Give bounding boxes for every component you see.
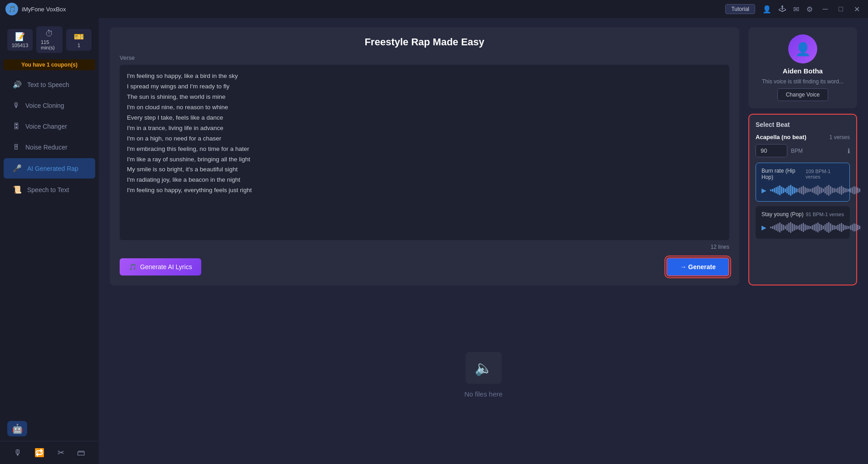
loop-icon[interactable]: 🔁 (34, 448, 44, 458)
bpm-input[interactable] (756, 144, 787, 157)
sidebar: 📝 105413 ⏱ 115 min(s) 🎫 1 You have 1 cou… (0, 18, 99, 464)
title-bar-icons: 👤 🕹 ✉ ⚙ (762, 5, 813, 14)
ai-lyrics-icon: 🎵 (129, 263, 136, 271)
no-files-icon: 🔈 (466, 352, 502, 384)
no-files-area: 🔈 No files here (464, 352, 502, 398)
beat-item-stay-young[interactable]: Stay young (Pop) 91 BPM-1 verses ▶ (756, 206, 850, 239)
bpm-info-icon[interactable]: ℹ (848, 147, 850, 155)
bpm-row: BPM ℹ (756, 144, 850, 157)
text-to-speech-label: Text to Speech (27, 81, 69, 88)
microphone-icon[interactable]: 🎙 (14, 448, 22, 458)
avatar: 👤 (788, 34, 817, 63)
mail-icon[interactable]: ✉ (793, 5, 799, 14)
change-voice-button[interactable]: Change Voice (777, 88, 829, 101)
coupons-value: 1 (78, 43, 80, 48)
coupons-icon: 🎫 (74, 32, 84, 42)
panel-title: Freestyle Rap Made Easy (120, 36, 729, 48)
bottom-section: 🔈 No files here (99, 285, 868, 464)
archive-icon[interactable]: 🗃 (77, 448, 85, 458)
voice-name: Aiden Botha (783, 67, 823, 75)
characters-icon: 📝 (15, 32, 25, 42)
beat-item-burn-rate[interactable]: Burn rate (Hip Hop) 109 BPM-1 verses ▶ (756, 163, 850, 202)
window-controls: ─ □ ✕ (820, 4, 863, 14)
bpm-label: BPM (791, 148, 803, 154)
ai-rap-icon: 🎤 (13, 164, 22, 173)
tutorial-button[interactable]: Tutorial (725, 4, 755, 14)
stat-characters: 📝 105413 (7, 29, 33, 51)
voice-subtitle: This voice is still finding its word... (762, 78, 844, 85)
cut-icon[interactable]: ✂ (58, 448, 64, 458)
beat-info-1: 109 BPM-1 verses (805, 169, 844, 179)
app-name: iMyFone VoxBox (22, 6, 725, 13)
beat-panel: Select Beat Acapella (no beat) 1 verses … (748, 114, 857, 285)
beat-waveform-2: ▶ (761, 221, 844, 234)
minimize-button[interactable]: ─ (820, 4, 830, 14)
voice-cloning-icon: 🎙 (13, 102, 20, 110)
app-logo: 🎵 (5, 3, 18, 15)
speech-to-text-icon: 📜 (13, 185, 22, 194)
sidebar-item-ai-generated-rap[interactable]: 🎤 AI Generated Rap (4, 158, 95, 179)
title-bar: 🎵 iMyFone VoxBox Tutorial 👤 🕹 ✉ ⚙ ─ □ ✕ (0, 0, 868, 18)
beat-name-2: Stay young (Pop) (761, 211, 804, 218)
sidebar-item-text-to-speech[interactable]: 🔊 Text to Speech (4, 74, 95, 95)
main-panel: Freestyle Rap Made Easy Verse I'm feelin… (110, 27, 739, 285)
main-layout: 📝 105413 ⏱ 115 min(s) 🎫 1 You have 1 cou… (0, 18, 868, 464)
voice-cloning-label: Voice Cloning (25, 102, 64, 109)
generate-label: → Generate (680, 263, 716, 271)
play-button-2[interactable]: ▶ (761, 224, 766, 231)
acapella-row: Acapella (no beat) 1 verses (756, 134, 850, 140)
text-to-speech-icon: 🔊 (13, 80, 22, 89)
gamepad-icon[interactable]: 🕹 (779, 5, 786, 13)
beat-item-header: Burn rate (Hip Hop) 109 BPM-1 verses (761, 168, 844, 180)
sidebar-bottom-area: 🤖 (0, 416, 99, 441)
sidebar-stats: 📝 105413 ⏱ 115 min(s) 🎫 1 (0, 22, 99, 58)
lines-count: 12 lines (120, 244, 729, 250)
maximize-button[interactable]: □ (836, 4, 846, 14)
voice-changer-label: Voice Changer (25, 123, 67, 130)
no-files-text: No files here (464, 390, 502, 398)
sidebar-bottom-tools: 🎙 🔁 ✂ 🗃 (0, 441, 99, 464)
beat-panel-title: Select Beat (756, 121, 850, 128)
noise-reducer-icon: 🎚 (13, 143, 20, 151)
generate-ai-lyrics-button[interactable]: 🎵 Generate AI Lyrics (120, 258, 201, 276)
characters-value: 105413 (12, 43, 29, 48)
generate-ai-lyrics-label: Generate AI Lyrics (140, 263, 192, 271)
play-button-1[interactable]: ▶ (761, 187, 766, 194)
waveform-1 (770, 184, 860, 197)
sidebar-item-speech-to-text[interactable]: 📜 Speech to Text (4, 179, 95, 200)
ai-rap-label: AI Generated Rap (27, 165, 78, 172)
acapella-verses: 1 verses (829, 134, 850, 140)
stat-coupons: 🎫 1 (66, 29, 92, 51)
action-buttons: 🎵 Generate AI Lyrics → Generate (120, 257, 729, 276)
coupon-banner: You have 1 coupon(s) (4, 59, 95, 70)
sidebar-item-noise-reducer[interactable]: 🎚 Noise Reducer (4, 137, 95, 157)
speech-to-text-label: Speech to Text (27, 186, 69, 193)
top-section: Freestyle Rap Made Easy Verse I'm feelin… (99, 18, 868, 285)
generate-button[interactable]: → Generate (666, 257, 729, 276)
voice-changer-icon: 🎛 (13, 122, 20, 130)
chat-support-button[interactable]: 🤖 (7, 421, 27, 436)
settings-icon[interactable]: ⚙ (806, 5, 813, 14)
minutes-value: 115 min(s) (41, 39, 58, 50)
content-area: Freestyle Rap Made Easy Verse I'm feelin… (99, 18, 868, 464)
stat-minutes: ⏱ 115 min(s) (36, 26, 63, 53)
right-panel: 👤 Aiden Botha This voice is still findin… (748, 27, 857, 285)
minutes-icon: ⏱ (45, 29, 53, 39)
beat-name-1: Burn rate (Hip Hop) (761, 168, 805, 180)
user-icon[interactable]: 👤 (762, 5, 771, 14)
verse-label: Verse (120, 54, 729, 61)
lyrics-area[interactable]: I'm feeling so happy, like a bird in the… (120, 65, 729, 240)
close-button[interactable]: ✕ (851, 4, 863, 14)
acapella-name: Acapella (no beat) (756, 134, 806, 140)
noise-reducer-label: Noise Reducer (25, 144, 68, 151)
beat-item-header-2: Stay young (Pop) 91 BPM-1 verses (761, 211, 844, 218)
waveform-2 (770, 221, 860, 234)
sidebar-item-voice-changer[interactable]: 🎛 Voice Changer (4, 116, 95, 136)
beat-info-2: 91 BPM-1 verses (806, 212, 844, 217)
beat-waveform-1: ▶ (761, 184, 844, 197)
sidebar-item-voice-cloning[interactable]: 🎙 Voice Cloning (4, 96, 95, 116)
voice-card: 👤 Aiden Botha This voice is still findin… (748, 27, 857, 108)
